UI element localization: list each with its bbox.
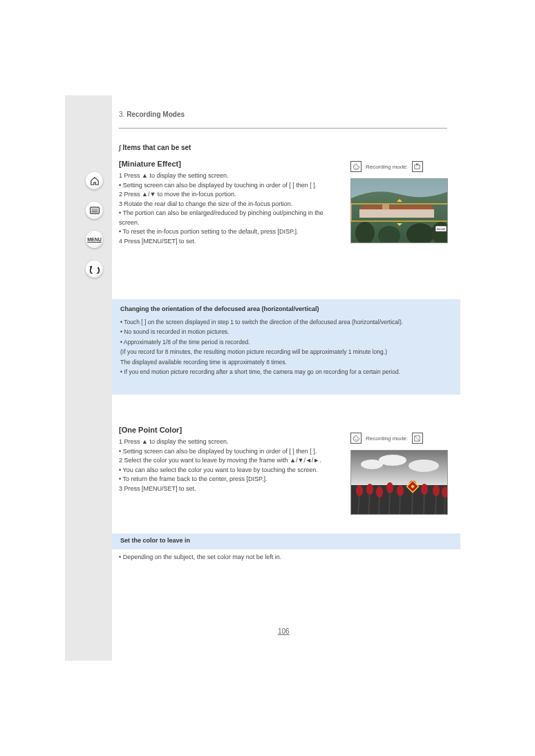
svg-rect-8 [417, 163, 418, 164]
onepoint-badge-label: Recording mode: [366, 435, 408, 442]
svg-point-4 [355, 166, 355, 167]
svg-point-48 [433, 485, 440, 496]
onepoint-thumbnail [350, 450, 448, 515]
svg-text:⟵⟶: ⟵⟶ [437, 227, 445, 231]
miniature-title: [Miniature Effect] [119, 160, 181, 168]
home-icon[interactable] [86, 172, 103, 189]
page-number: 106 [278, 627, 290, 635]
miniature-note-title: Changing the orientation of the defocuse… [120, 305, 319, 314]
items-heading-text: Items that can be set [123, 144, 191, 151]
svg-point-42 [366, 484, 373, 495]
svg-line-26 [415, 435, 420, 440]
frame-icon [412, 161, 423, 172]
svg-point-16 [355, 222, 375, 243]
select-box-icon [412, 433, 423, 444]
section-number: 3. [119, 111, 124, 118]
svg-point-43 [376, 486, 383, 498]
page-root: manualshive.com MENU 3. Recording Modes … [0, 0, 535, 756]
svg-point-23 [355, 439, 356, 440]
document-area: MENU 3. Recording Modes ∫ Items that can… [65, 95, 460, 661]
menu-button[interactable]: MENU [86, 231, 103, 248]
onepoint-note-title: Set the color to leave in [120, 536, 190, 546]
content-area: 3. Recording Modes ∫ Items that can be s… [112, 95, 460, 661]
divider [119, 128, 447, 129]
miniature-note-body: • Touch [ ] on the screen displayed in s… [120, 317, 403, 377]
onepoint-body: 1 Press ▲ to display the setting screen.… [119, 437, 340, 493]
miniature-body: 1 Press ▲ to display the setting screen.… [119, 171, 340, 246]
svg-rect-0 [90, 207, 99, 214]
heading-bullet: ∫ [119, 144, 121, 151]
palette-icon [350, 433, 362, 444]
home-svg [90, 176, 100, 186]
svg-point-47 [421, 484, 428, 495]
items-heading: ∫ Items that can be set [119, 144, 191, 151]
svg-point-29 [379, 455, 406, 466]
svg-point-44 [386, 482, 393, 493]
section-title: Recording Modes [126, 111, 185, 118]
svg-point-30 [409, 460, 439, 472]
svg-point-41 [356, 485, 363, 496]
miniature-note-box: Changing the orientation of the defocuse… [112, 299, 460, 395]
onepoint-title: [One Point Color] [119, 426, 182, 434]
svg-point-5 [355, 167, 356, 168]
back-icon[interactable] [86, 261, 103, 278]
miniature-thumbnail: ⟵⟶ [350, 178, 448, 243]
onepoint-note-box: Set the color to leave in [112, 533, 460, 549]
svg-marker-14 [359, 205, 434, 209]
svg-rect-13 [359, 209, 434, 218]
svg-point-24 [357, 439, 357, 440]
miniature-badge-label: Recording mode: [366, 164, 408, 170]
palette-icon [350, 161, 362, 172]
keyboard-icon[interactable] [86, 202, 103, 219]
svg-point-6 [357, 167, 357, 168]
svg-point-22 [355, 437, 355, 438]
onepoint-badge-row: Recording mode: [350, 433, 423, 444]
keyboard-svg [90, 207, 100, 214]
onepoint-note-body: • Depending on the subject, the set colo… [119, 553, 444, 563]
svg-rect-7 [415, 164, 420, 169]
svg-point-45 [397, 485, 404, 496]
back-svg [89, 265, 100, 274]
miniature-badge-row: Recording mode: [350, 161, 423, 172]
svg-rect-15 [382, 204, 389, 209]
header: 3. Recording Modes [119, 111, 185, 118]
